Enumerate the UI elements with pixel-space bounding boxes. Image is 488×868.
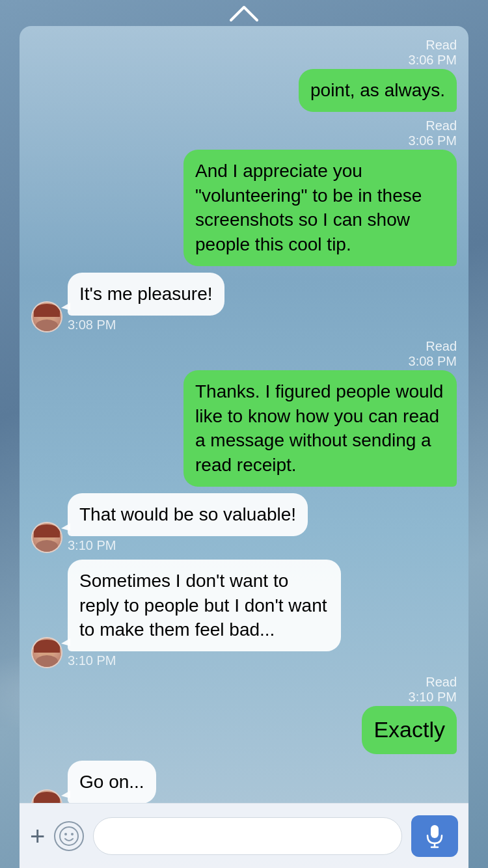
message-bubble: Go on... — [68, 761, 156, 803]
message-row: That would be so valuable! 3:10 PM — [31, 493, 457, 553]
avatar — [31, 789, 62, 803]
bubble-wrapper: Read3:06 PM And I appreciate you "volunt… — [183, 118, 457, 266]
messages-area: Read3:06 PM point, as always. Read3:06 P… — [20, 26, 468, 803]
message-bubble: point, as always. — [299, 69, 457, 112]
svg-point-1 — [64, 833, 67, 835]
bubble-wrapper: Read3:06 PM point, as always. — [299, 38, 457, 112]
message-row: Read3:10 PM Exactly — [31, 675, 457, 754]
mic-button[interactable] — [411, 815, 458, 857]
avatar — [31, 301, 62, 332]
message-bubble: And I appreciate you "volunteering" to b… — [183, 150, 457, 266]
bubble-wrapper: Read3:10 PM Exactly — [362, 675, 457, 754]
message-bubble: That would be so valuable! — [68, 493, 308, 536]
read-receipt: Read3:10 PM — [409, 675, 457, 705]
message-row: Go on... 3:16 PM — [31, 761, 457, 803]
add-button[interactable]: + — [30, 823, 45, 849]
emoji-button[interactable] — [54, 821, 84, 851]
message-bubble: Sometimes I don't want to reply to peopl… — [68, 560, 341, 651]
chat-container: Read3:06 PM point, as always. Read3:06 P… — [20, 26, 468, 868]
bubble-wrapper: Go on... 3:16 PM — [68, 761, 156, 803]
svg-point-2 — [71, 833, 74, 835]
chevron-up-icon[interactable] — [228, 4, 260, 27]
time-label: 3:10 PM — [68, 653, 116, 668]
message-row: Read3:06 PM point, as always. — [31, 38, 457, 112]
bubble-wrapper: It's me pleasure! 3:08 PM — [68, 273, 224, 332]
read-receipt: Read3:08 PM — [409, 339, 457, 369]
svg-point-0 — [60, 827, 78, 845]
bubble-wrapper: Read3:08 PM Thanks. I figured people wou… — [183, 339, 457, 487]
read-receipt: Read3:06 PM — [409, 118, 457, 148]
svg-rect-3 — [431, 825, 439, 838]
message-bubble: Exactly — [362, 706, 457, 754]
bubble-wrapper: That would be so valuable! 3:10 PM — [68, 493, 308, 553]
time-label: 3:10 PM — [68, 538, 116, 553]
bubble-wrapper: Sometimes I don't want to reply to peopl… — [68, 560, 341, 668]
message-input[interactable] — [93, 817, 402, 855]
avatar — [31, 637, 62, 668]
message-bubble: Thanks. I figured people would like to k… — [183, 370, 457, 487]
time-label: 3:08 PM — [68, 318, 116, 332]
message-row: Sometimes I don't want to reply to peopl… — [31, 560, 457, 668]
message-row: Read3:08 PM Thanks. I figured people wou… — [31, 339, 457, 487]
read-receipt: Read3:06 PM — [409, 38, 457, 68]
avatar — [31, 522, 62, 553]
message-bubble: It's me pleasure! — [68, 273, 224, 316]
message-row: Read3:06 PM And I appreciate you "volunt… — [31, 118, 457, 266]
input-bar: + — [20, 803, 468, 868]
message-row: It's me pleasure! 3:08 PM — [31, 273, 457, 332]
